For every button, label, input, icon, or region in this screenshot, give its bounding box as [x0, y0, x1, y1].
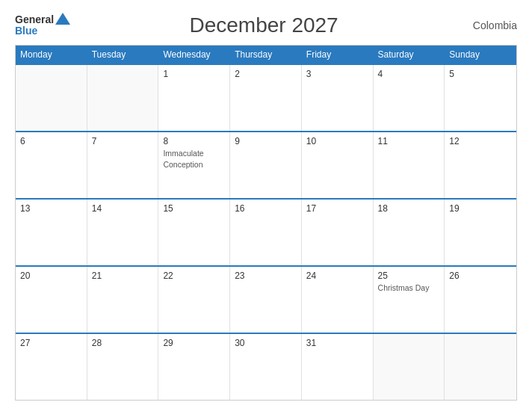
day-cell: 26 [445, 267, 516, 333]
calendar-title: December 2027 [70, 13, 457, 37]
day-cell: 13 [16, 200, 87, 265]
day-number: 16 [235, 203, 297, 214]
day-cell: 12 [445, 132, 516, 198]
day-cell: 24 [302, 267, 374, 333]
week-row-5: 2728293031 [16, 333, 516, 400]
week-row-1: 12345 [16, 64, 516, 131]
calendar-page: General Blue December 2027 Colombia Mond… [0, 0, 532, 411]
logo-general-text: General [15, 14, 54, 25]
day-cell: 23 [230, 267, 302, 333]
day-number: 9 [235, 136, 297, 146]
day-number: 6 [20, 136, 82, 146]
day-number: 28 [92, 338, 154, 348]
day-cell [87, 65, 159, 131]
day-number: 22 [163, 271, 225, 281]
day-number: 15 [163, 203, 225, 214]
day-number: 17 [306, 203, 368, 214]
day-header-sunday: Sunday [445, 46, 516, 64]
day-cell: 17 [302, 200, 374, 265]
day-cell: 10 [302, 132, 374, 198]
day-number: 29 [163, 338, 225, 348]
weeks-container: 12345678Immaculate Conception91011121314… [16, 64, 516, 400]
day-cell: 21 [87, 267, 159, 333]
day-number: 30 [235, 338, 297, 348]
day-cell: 7 [87, 132, 159, 198]
day-number: 11 [378, 136, 440, 146]
logo-blue-text: Blue [15, 25, 37, 37]
country-label: Colombia [457, 19, 517, 31]
day-cell: 22 [158, 267, 230, 333]
day-number: 18 [378, 203, 440, 214]
day-number: 23 [235, 271, 297, 281]
day-header-monday: Monday [16, 46, 87, 64]
day-number: 5 [449, 69, 512, 79]
day-number: 4 [378, 69, 440, 79]
day-number: 27 [20, 338, 82, 348]
day-number: 13 [20, 203, 82, 214]
day-number: 24 [306, 271, 368, 281]
day-header-thursday: Thursday [230, 46, 302, 64]
day-number: 3 [306, 69, 368, 79]
day-cell: 27 [16, 334, 87, 400]
day-cell: 31 [302, 334, 374, 400]
day-event: Christmas Day [378, 283, 430, 292]
day-number: 2 [235, 69, 297, 79]
day-cell: 6 [16, 132, 87, 198]
day-cell: 19 [445, 200, 516, 265]
day-cell: 2 [230, 65, 302, 131]
week-row-4: 202122232425Christmas Day26 [16, 265, 516, 333]
logo: General Blue [15, 14, 70, 37]
calendar-grid: MondayTuesdayWednesdayThursdayFridaySatu… [15, 45, 517, 401]
week-row-2: 678Immaculate Conception9101112 [16, 131, 516, 198]
day-cell: 5 [445, 65, 516, 131]
day-number: 19 [449, 203, 512, 214]
day-header-saturday: Saturday [374, 46, 445, 64]
days-header-row: MondayTuesdayWednesdayThursdayFridaySatu… [16, 46, 516, 64]
header: General Blue December 2027 Colombia [15, 13, 517, 37]
week-row-3: 13141516171819 [16, 198, 516, 265]
day-number: 20 [20, 271, 82, 281]
day-number: 25 [378, 271, 440, 281]
day-header-wednesday: Wednesday [158, 46, 230, 64]
day-number: 10 [306, 136, 368, 146]
day-number: 31 [306, 338, 368, 348]
day-cell: 15 [158, 200, 230, 265]
day-number: 12 [449, 136, 512, 146]
day-cell: 9 [230, 132, 302, 198]
day-header-tuesday: Tuesday [87, 46, 159, 64]
day-cell: 28 [87, 334, 159, 400]
day-number: 26 [449, 271, 512, 281]
logo-triangle-icon [55, 13, 70, 25]
day-cell: 20 [16, 267, 87, 333]
day-cell [16, 65, 87, 131]
day-cell: 3 [302, 65, 374, 131]
day-number: 7 [92, 136, 154, 146]
day-cell [445, 334, 516, 400]
day-cell: 16 [230, 200, 302, 265]
day-cell: 1 [158, 65, 230, 131]
day-cell: 14 [87, 200, 159, 265]
day-event: Immaculate Conception [163, 149, 203, 169]
day-cell: 18 [374, 200, 445, 265]
day-cell: 30 [230, 334, 302, 400]
day-number: 21 [92, 271, 154, 281]
day-cell: 29 [158, 334, 230, 400]
day-header-friday: Friday [302, 46, 374, 64]
day-cell [374, 334, 445, 400]
day-cell: 4 [374, 65, 445, 131]
day-number: 14 [92, 203, 154, 214]
day-cell: 8Immaculate Conception [158, 132, 230, 198]
day-cell: 11 [374, 132, 445, 198]
day-cell: 25Christmas Day [374, 267, 445, 333]
day-number: 1 [163, 69, 225, 79]
day-number: 8 [163, 136, 225, 146]
